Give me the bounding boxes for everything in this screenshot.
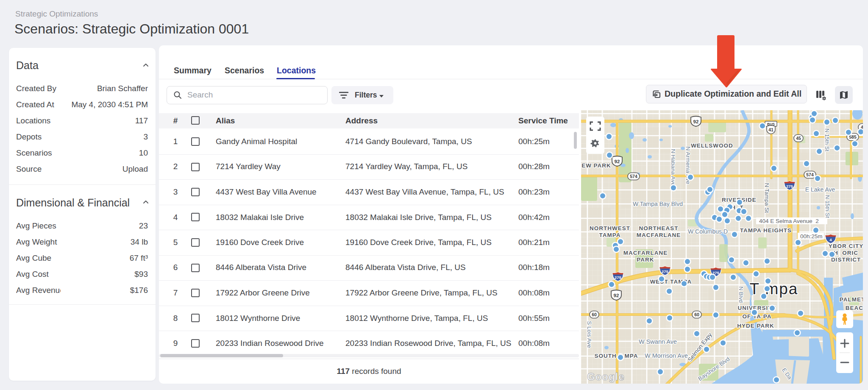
- svg-text:60: 60: [592, 312, 597, 317]
- svg-text:N 15th St: N 15th St: [824, 128, 830, 152]
- svg-text:HYDE PARK: HYDE PARK: [737, 323, 774, 329]
- svg-text:W Morrison Ave: W Morrison Ave: [645, 352, 688, 359]
- svg-text:WELLSWOOD: WELLSWOOD: [691, 142, 733, 149]
- svg-text:W Columbus D: W Columbus D: [688, 228, 728, 235]
- svg-text:YBOR CITY: YBOR CITY: [829, 243, 863, 249]
- svg-text:60: 60: [694, 312, 699, 317]
- svg-text:H ORIC: H ORIC: [834, 250, 858, 256]
- svg-text:275: 275: [615, 275, 622, 280]
- svg-text:BEAC: BEAC: [846, 305, 863, 311]
- svg-text:MACFARLANE: MACFARLANE: [637, 232, 681, 238]
- svg-text:404 E Selma Avenue 2: 404 E Selma Avenue 2: [759, 218, 819, 224]
- svg-text:45: 45: [796, 136, 801, 141]
- svg-text:S Lois Ave: S Lois Ave: [586, 321, 593, 348]
- svg-text:41: 41: [768, 127, 773, 132]
- svg-text:PARK: PARK: [637, 256, 654, 263]
- svg-text:NORTHEAST: NORTHEAST: [639, 225, 679, 231]
- svg-text:W Tampa Bay Blvd: W Tampa Bay Blvd: [633, 201, 683, 207]
- svg-text:92: 92: [615, 159, 620, 164]
- svg-text:TAMPA: TAMPA: [599, 232, 621, 238]
- svg-text:W Swann Ave: W Swann Ave: [639, 338, 677, 345]
- svg-text:N Habana Ave: N Habana Ave: [670, 149, 676, 186]
- svg-text:DISTRICT: DISTRICT: [831, 256, 861, 263]
- svg-text:E Lake Ave: E Lake Ave: [805, 186, 835, 193]
- svg-text:TAMPA HEIGHTS: TAMPA HEIGHTS: [740, 227, 792, 234]
- svg-text:4: 4: [829, 237, 832, 242]
- svg-text:92: 92: [693, 119, 699, 124]
- svg-text:275: 275: [786, 184, 793, 189]
- svg-text:574: 574: [806, 172, 814, 177]
- svg-text:NORTHWEST: NORTHWEST: [590, 225, 630, 231]
- svg-text:T mpa: T mpa: [750, 280, 798, 298]
- svg-text:574: 574: [630, 174, 637, 179]
- svg-text:N 15th St: N 15th St: [824, 195, 831, 218]
- svg-text:275: 275: [662, 269, 669, 274]
- svg-text:Google: Google: [587, 371, 625, 382]
- svg-text:00h:25m: 00h:25m: [800, 233, 823, 240]
- svg-text:SOUTH T MPA: SOUTH T MPA: [595, 353, 638, 359]
- svg-text:MACFARLANE: MACFARLANE: [623, 250, 668, 256]
- svg-text:N Tampa St: N Tampa St: [764, 183, 770, 213]
- svg-text:EW PARK: EW PARK: [581, 162, 611, 169]
- svg-text:PALMET: PALMET: [840, 296, 863, 303]
- svg-text:92: 92: [614, 293, 619, 298]
- svg-text:N Blvd: N Blvd: [738, 287, 744, 303]
